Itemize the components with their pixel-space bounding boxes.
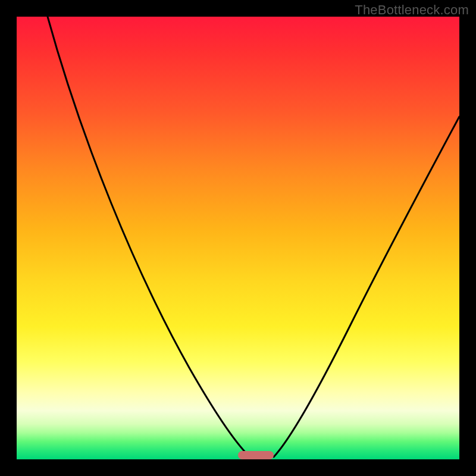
left-curve: [48, 17, 250, 457]
chart-frame: TheBottleneck.com: [0, 0, 476, 476]
watermark-text: TheBottleneck.com: [355, 2, 469, 18]
curve-layer: [17, 17, 459, 459]
plot-area: [17, 17, 459, 459]
bottleneck-marker: [238, 451, 274, 459]
right-curve: [274, 117, 459, 457]
